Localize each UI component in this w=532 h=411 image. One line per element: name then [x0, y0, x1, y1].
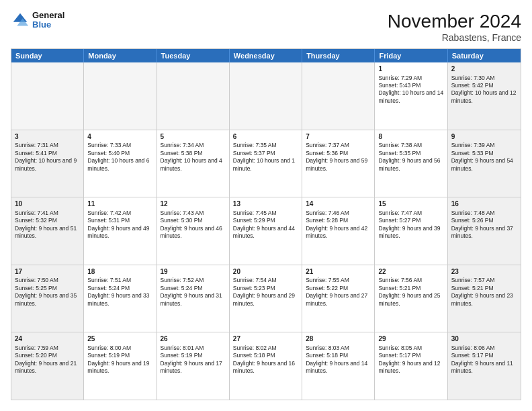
- sunrise-text: Sunrise: 7:48 AM: [451, 210, 517, 217]
- daylight-text: Daylight: 9 hours and 12 minutes.: [378, 360, 443, 375]
- calendar-day-cell: 19Sunrise: 7:52 AMSunset: 5:24 PMDayligh…: [157, 265, 230, 332]
- calendar-day-cell: 12Sunrise: 7:43 AMSunset: 5:30 PMDayligh…: [157, 197, 230, 265]
- calendar-day-cell: 5Sunrise: 7:34 AMSunset: 5:38 PMDaylight…: [157, 130, 230, 197]
- sunrise-text: Sunrise: 7:38 AM: [378, 142, 443, 149]
- sunrise-text: Sunrise: 7:46 AM: [306, 210, 371, 217]
- daylight-text: Daylight: 10 hours and 9 minutes.: [15, 157, 80, 173]
- sunrise-text: Sunrise: 7:56 AM: [378, 277, 443, 284]
- daylight-text: Daylight: 9 hours and 44 minutes.: [233, 225, 298, 240]
- sunrise-text: Sunrise: 7:54 AM: [233, 277, 298, 284]
- month-title: November 2024: [388, 11, 521, 32]
- day-number: 3: [15, 132, 80, 142]
- daylight-text: Daylight: 9 hours and 39 minutes.: [378, 225, 443, 240]
- sunrise-text: Sunrise: 7:59 AM: [15, 345, 80, 352]
- calendar-day-cell: 28Sunrise: 8:03 AMSunset: 5:18 PMDayligh…: [302, 332, 375, 400]
- empty-cell: [230, 62, 302, 130]
- day-number: 21: [306, 267, 371, 277]
- location: Rabastens, France: [388, 32, 521, 43]
- daylight-text: Daylight: 9 hours and 29 minutes.: [233, 292, 298, 308]
- day-number: 29: [378, 334, 443, 344]
- calendar-body: 1Sunrise: 7:29 AMSunset: 5:43 PMDaylight…: [11, 62, 521, 400]
- calendar-day-cell: 20Sunrise: 7:54 AMSunset: 5:23 PMDayligh…: [230, 265, 302, 332]
- day-number: 16: [451, 199, 517, 209]
- day-number: 24: [15, 334, 80, 344]
- calendar-day-cell: 21Sunrise: 7:55 AMSunset: 5:22 PMDayligh…: [302, 265, 375, 332]
- title-area: November 2024 Rabastens, France: [388, 11, 521, 43]
- calendar-day-cell: 17Sunrise: 7:50 AMSunset: 5:25 PMDayligh…: [11, 265, 84, 332]
- sunrise-text: Sunrise: 7:43 AM: [161, 210, 226, 217]
- sunrise-text: Sunrise: 7:50 AM: [15, 277, 80, 284]
- calendar-day-cell: 9Sunrise: 7:39 AMSunset: 5:33 PMDaylight…: [448, 130, 521, 197]
- svg-marker-0: [13, 13, 28, 22]
- sunset-text: Sunset: 5:35 PM: [378, 150, 443, 157]
- weekday-header: Saturday: [448, 49, 521, 62]
- sunrise-text: Sunrise: 7:41 AM: [15, 210, 80, 217]
- daylight-text: Daylight: 9 hours and 16 minutes.: [233, 360, 298, 375]
- daylight-text: Daylight: 9 hours and 27 minutes.: [306, 292, 371, 308]
- calendar-day-cell: 29Sunrise: 8:05 AMSunset: 5:17 PMDayligh…: [375, 332, 447, 400]
- day-number: 10: [15, 199, 80, 209]
- calendar-week-row: 3Sunrise: 7:31 AMSunset: 5:41 PMDaylight…: [11, 130, 521, 198]
- sunrise-text: Sunrise: 8:02 AM: [233, 345, 298, 352]
- daylight-text: Daylight: 9 hours and 23 minutes.: [451, 292, 517, 308]
- daylight-text: Daylight: 9 hours and 37 minutes.: [451, 225, 517, 240]
- calendar-day-cell: 22Sunrise: 7:56 AMSunset: 5:21 PMDayligh…: [375, 265, 447, 332]
- day-number: 6: [233, 132, 298, 142]
- day-number: 22: [378, 267, 443, 277]
- sunset-text: Sunset: 5:42 PM: [451, 82, 517, 89]
- sunset-text: Sunset: 5:19 PM: [161, 352, 226, 359]
- calendar-day-cell: 3Sunrise: 7:31 AMSunset: 5:41 PMDaylight…: [11, 130, 84, 197]
- sunset-text: Sunset: 5:25 PM: [15, 285, 80, 292]
- empty-cell: [157, 62, 230, 130]
- sunset-text: Sunset: 5:27 PM: [378, 217, 443, 224]
- calendar-day-cell: 16Sunrise: 7:48 AMSunset: 5:26 PMDayligh…: [448, 197, 521, 265]
- calendar-day-cell: 25Sunrise: 8:00 AMSunset: 5:19 PMDayligh…: [84, 332, 157, 400]
- sunrise-text: Sunrise: 7:42 AM: [87, 210, 152, 217]
- daylight-text: Daylight: 10 hours and 1 minute.: [233, 157, 298, 173]
- day-number: 14: [306, 199, 371, 209]
- daylight-text: Daylight: 9 hours and 42 minutes.: [306, 225, 371, 240]
- day-number: 20: [233, 267, 298, 277]
- daylight-text: Daylight: 9 hours and 19 minutes.: [87, 360, 152, 375]
- sunset-text: Sunset: 5:41 PM: [15, 150, 80, 157]
- sunset-text: Sunset: 5:24 PM: [87, 285, 152, 292]
- day-number: 25: [87, 334, 152, 344]
- daylight-text: Daylight: 9 hours and 59 minutes.: [306, 157, 371, 173]
- day-number: 13: [233, 199, 298, 209]
- day-number: 26: [161, 334, 226, 344]
- sunset-text: Sunset: 5:18 PM: [306, 352, 371, 359]
- sunset-text: Sunset: 5:40 PM: [87, 150, 152, 157]
- day-number: 30: [451, 334, 517, 344]
- sunset-text: Sunset: 5:36 PM: [306, 150, 371, 157]
- logo-line2: Blue: [32, 20, 64, 30]
- day-number: 8: [378, 132, 443, 142]
- sunset-text: Sunset: 5:18 PM: [233, 352, 298, 359]
- day-number: 1: [378, 64, 443, 74]
- logo-icon: [11, 11, 30, 30]
- sunrise-text: Sunrise: 7:51 AM: [87, 277, 152, 284]
- sunrise-text: Sunrise: 7:47 AM: [378, 210, 443, 217]
- sunrise-text: Sunrise: 7:55 AM: [306, 277, 371, 284]
- calendar-day-cell: 10Sunrise: 7:41 AMSunset: 5:32 PMDayligh…: [11, 197, 84, 265]
- day-number: 5: [161, 132, 226, 142]
- daylight-text: Daylight: 10 hours and 14 minutes.: [378, 89, 443, 105]
- sunset-text: Sunset: 5:19 PM: [87, 352, 152, 359]
- calendar-day-cell: 18Sunrise: 7:51 AMSunset: 5:24 PMDayligh…: [84, 265, 157, 332]
- calendar-day-cell: 6Sunrise: 7:35 AMSunset: 5:37 PMDaylight…: [230, 130, 302, 197]
- calendar-day-cell: 13Sunrise: 7:45 AMSunset: 5:29 PMDayligh…: [230, 197, 302, 265]
- day-number: 4: [87, 132, 152, 142]
- calendar-week-row: 17Sunrise: 7:50 AMSunset: 5:25 PMDayligh…: [11, 265, 521, 333]
- calendar-week-row: 10Sunrise: 7:41 AMSunset: 5:32 PMDayligh…: [11, 197, 521, 265]
- sunrise-text: Sunrise: 7:37 AM: [306, 142, 371, 149]
- sunset-text: Sunset: 5:31 PM: [87, 217, 152, 224]
- logo-line1: General: [32, 11, 64, 20]
- sunrise-text: Sunrise: 8:01 AM: [161, 345, 226, 352]
- sunrise-text: Sunrise: 7:30 AM: [451, 75, 517, 82]
- day-number: 18: [87, 267, 152, 277]
- weekday-header: Sunday: [11, 49, 84, 62]
- day-number: 9: [451, 132, 517, 142]
- daylight-text: Daylight: 9 hours and 46 minutes.: [161, 225, 226, 240]
- daylight-text: Daylight: 10 hours and 6 minutes.: [87, 157, 152, 173]
- daylight-text: Daylight: 9 hours and 11 minutes.: [451, 360, 517, 375]
- sunset-text: Sunset: 5:21 PM: [378, 285, 443, 292]
